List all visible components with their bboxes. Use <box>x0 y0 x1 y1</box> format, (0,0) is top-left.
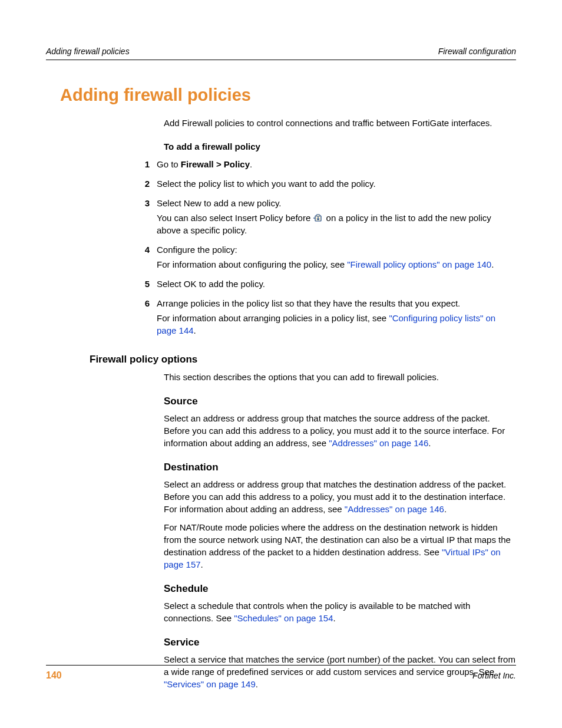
running-footer: 140 Fortinet Inc. <box>46 665 516 682</box>
header-right: Firewall configuration <box>438 46 516 57</box>
step-3: 3 Select New to add a new policy. You ca… <box>139 197 516 239</box>
header-left: Adding firewall policies <box>46 46 130 57</box>
step-text: For information about arranging policies… <box>157 312 516 337</box>
step-text: Go to <box>157 159 181 169</box>
text-run: . <box>444 504 447 514</box>
step-text-post: . <box>491 259 494 269</box>
text-run: . <box>428 438 431 448</box>
intro-paragraph: Add Firewall policies to control connect… <box>164 117 516 129</box>
svg-rect-1 <box>316 215 320 216</box>
step-number: 4 <box>139 243 157 273</box>
cross-ref-link[interactable]: "Addresses" on page 146 <box>345 504 444 514</box>
cross-ref-link[interactable]: "Addresses" on page 146 <box>329 438 428 448</box>
menu-path: Firewall > Policy <box>181 159 250 169</box>
option-heading-source: Source <box>164 395 516 409</box>
steps-list: 1 Go to Firewall > Policy. 2 Select the … <box>139 158 516 339</box>
option-heading-schedule: Schedule <box>164 582 516 596</box>
step-text: Select the policy list to which you want… <box>157 177 516 190</box>
step-text: . <box>250 159 252 169</box>
brand-name: Fortinet Inc. <box>472 670 516 681</box>
cross-ref-link[interactable]: "Firewall policy options" on page 140 <box>347 259 491 269</box>
cross-ref-link[interactable]: "Schedules" on page 154 <box>234 613 333 623</box>
step-text-pre: For information about configuring the po… <box>157 259 347 269</box>
option-text: Select a schedule that controls when the… <box>164 599 516 624</box>
step-text: You can also select Insert Policy before… <box>157 212 516 236</box>
option-text: Select an address or address group that … <box>164 412 516 449</box>
page: Adding firewall policies Firewall config… <box>0 0 562 728</box>
step-2: 2 Select the policy list to which you wa… <box>139 177 516 192</box>
step-text: Select New to add a new policy. <box>157 197 516 209</box>
page-number: 140 <box>46 669 62 682</box>
page-title: Adding firewall policies <box>60 84 516 107</box>
step-number: 3 <box>139 197 157 239</box>
step-text: Select OK to add the policy. <box>157 278 516 290</box>
section-heading: Firewall policy options <box>90 353 516 367</box>
option-text: For NAT/Route mode policies where the ad… <box>164 521 516 571</box>
text-run: . <box>333 613 336 623</box>
step-text-pre: For information about arranging policies… <box>157 313 389 323</box>
procedure-title: To add a firewall policy <box>164 141 516 153</box>
text-run: Select an address or address group that … <box>164 479 506 514</box>
option-heading-destination: Destination <box>164 461 516 475</box>
step-6: 6 Arrange policies in the policy list so… <box>139 297 516 339</box>
step-number: 1 <box>139 158 157 173</box>
text-run: . <box>201 559 203 569</box>
step-4: 4 Configure the policy: For information … <box>139 243 516 273</box>
option-text: Select an address or address group that … <box>164 478 516 515</box>
step-number: 2 <box>139 177 157 192</box>
step-text: Arrange policies in the policy list so t… <box>157 297 516 309</box>
step-number: 6 <box>139 297 157 339</box>
step-text: For information about configuring the po… <box>157 258 516 271</box>
step-text-post: . <box>194 325 196 335</box>
option-heading-service: Service <box>164 636 516 650</box>
step-number: 5 <box>139 278 157 292</box>
running-header: Adding firewall policies Firewall config… <box>46 46 516 60</box>
step-1: 1 Go to Firewall > Policy. <box>139 158 516 173</box>
step-text: Configure the policy: <box>157 243 516 256</box>
section-intro: This section describes the options that … <box>164 371 516 383</box>
step-5: 5 Select OK to add the policy. <box>139 278 516 292</box>
step-text-pre: You can also select Insert Policy before <box>157 213 313 223</box>
insert-policy-icon <box>313 213 323 221</box>
body-content: Add Firewall policies to control connect… <box>164 117 516 690</box>
